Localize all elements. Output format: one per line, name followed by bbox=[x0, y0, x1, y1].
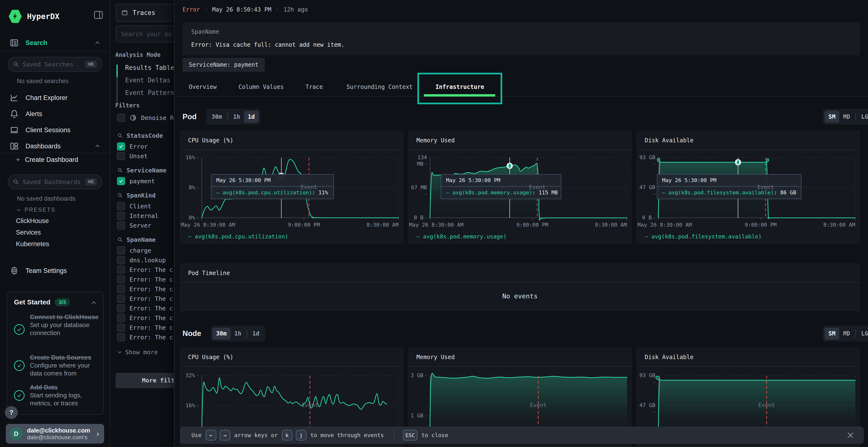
get-started-header[interactable]: Get Started 3/3 bbox=[14, 298, 70, 306]
no-saved-searches-note: No saved searches bbox=[17, 77, 68, 84]
sidebar-item-client-sessions[interactable]: Client Sessions bbox=[0, 123, 110, 137]
checkbox[interactable] bbox=[117, 304, 125, 312]
get-started-step[interactable]: Create Data Sources Configure where your… bbox=[13, 353, 99, 377]
analysis-mode-label: Analysis Mode bbox=[115, 51, 161, 58]
size-md[interactable]: MD bbox=[839, 111, 854, 123]
progress-badge: 3/3 bbox=[55, 298, 70, 306]
checkbox[interactable] bbox=[117, 202, 125, 210]
sidebar-item-label: Search bbox=[26, 39, 47, 47]
denoise-results-option[interactable]: Denoise Re bbox=[117, 114, 178, 122]
preset-services[interactable]: Services bbox=[16, 229, 41, 236]
divider bbox=[0, 51, 110, 51]
x-axis-tick: May 26 8:30:00 AM bbox=[638, 222, 701, 228]
check-circle-icon bbox=[14, 360, 25, 371]
pod-time-range-control: 30m 1h 1d bbox=[206, 109, 261, 125]
chevron-up-icon[interactable] bbox=[91, 300, 97, 306]
chart-title: Memory Used bbox=[416, 137, 455, 144]
tab-column-values[interactable]: Column Values bbox=[239, 79, 284, 94]
size-sm[interactable]: SM bbox=[825, 328, 839, 340]
checkbox[interactable] bbox=[117, 266, 125, 274]
range-1d[interactable]: 1d bbox=[244, 111, 259, 123]
preset-clickhouse[interactable]: ClickHouse bbox=[16, 217, 49, 225]
pod-section-title: Pod bbox=[183, 112, 197, 121]
sidebar-item-team-settings[interactable]: Team Settings bbox=[0, 264, 110, 277]
hint-text: arrow keys or bbox=[235, 432, 278, 438]
get-started-step[interactable]: Connect to ClickHouse Set up your databa… bbox=[13, 313, 99, 337]
divider bbox=[856, 330, 856, 338]
create-dashboard-button[interactable]: + Create Dashboard bbox=[16, 156, 78, 164]
service-name-chip[interactable]: ServiceName: payment bbox=[183, 58, 265, 72]
sidebar-item-search[interactable]: Search bbox=[0, 36, 110, 49]
user-menu[interactable]: D dale@clickhouse.com dale@clickhouse.co… bbox=[6, 424, 104, 444]
mode-event-deltas[interactable]: Event Deltas bbox=[125, 77, 170, 84]
dashboard-grid-icon bbox=[10, 142, 19, 151]
help-button[interactable]: ? bbox=[5, 406, 18, 419]
denoise-icon bbox=[129, 114, 137, 122]
checkbox[interactable] bbox=[117, 152, 125, 160]
arrow-left-key: ← bbox=[206, 430, 216, 441]
saved-searches-input[interactable]: ⌘K bbox=[8, 57, 102, 72]
saved-dashboards-field[interactable] bbox=[22, 178, 82, 186]
collapse-sidebar-icon[interactable] bbox=[94, 10, 103, 19]
chevron-up-icon[interactable] bbox=[94, 40, 100, 46]
tab-surrounding-context[interactable]: Surrounding Context bbox=[346, 79, 413, 94]
checkbox[interactable] bbox=[117, 333, 125, 341]
sidebar-item-dashboards[interactable]: Dashboards bbox=[0, 139, 110, 153]
range-1h[interactable]: 1h bbox=[229, 111, 244, 123]
checkbox[interactable] bbox=[117, 275, 125, 283]
chart-legend: —avg(k8s.pod.memory.usage) bbox=[416, 233, 506, 240]
close-icon[interactable] bbox=[846, 431, 855, 440]
card-header: Disk Available bbox=[637, 131, 860, 150]
shortcut-badge: ⌘K bbox=[85, 178, 97, 185]
sidebar-item-label: Client Sessions bbox=[26, 127, 70, 134]
tab-overview[interactable]: Overview bbox=[189, 79, 217, 94]
checkbox[interactable] bbox=[117, 256, 125, 264]
saved-dashboards-input[interactable]: ⌘K bbox=[8, 174, 102, 189]
checkbox[interactable] bbox=[117, 295, 125, 303]
range-30m[interactable]: 30m bbox=[208, 111, 226, 123]
card-header: CPU Usage (%) bbox=[180, 348, 403, 367]
j-key: j bbox=[296, 430, 306, 441]
mode-event-patterns[interactable]: Event Patterns bbox=[125, 89, 178, 96]
presets-toggle[interactable]: PRESETS bbox=[16, 207, 56, 213]
x-axis-tick: 9:00:00 PM bbox=[273, 222, 336, 228]
card-header: Memory Used bbox=[409, 348, 631, 367]
checkbox[interactable] bbox=[117, 285, 125, 293]
tab-trace[interactable]: Trace bbox=[306, 79, 323, 94]
chart-legend: —avg(k8s.pod.cpu.utilization) bbox=[188, 233, 288, 240]
range-1d[interactable]: 1d bbox=[249, 328, 263, 340]
size-lg[interactable]: LG bbox=[858, 111, 868, 123]
chevron-up-icon[interactable] bbox=[94, 143, 100, 149]
card-header: CPU Usage (%) bbox=[180, 131, 403, 150]
size-md[interactable]: MD bbox=[839, 328, 854, 340]
checkbox[interactable] bbox=[117, 221, 125, 230]
filter-option-label: Error bbox=[129, 143, 148, 150]
sidebar-item-alerts[interactable]: Alerts bbox=[0, 107, 110, 121]
preset-kubernetes[interactable]: Kubernetes bbox=[16, 240, 49, 248]
sidebar-item-chart-explorer[interactable]: Chart Explorer bbox=[0, 91, 110, 105]
mode-results-table[interactable]: Results Table bbox=[125, 64, 174, 71]
brand-row: HyperDX bbox=[9, 9, 60, 24]
presets-label: PRESETS bbox=[25, 207, 56, 213]
avatar: D bbox=[10, 427, 23, 440]
checkbox[interactable] bbox=[117, 323, 125, 332]
checkbox[interactable] bbox=[117, 142, 125, 150]
card-header: Memory Used bbox=[409, 131, 631, 150]
range-1h[interactable]: 1h bbox=[230, 328, 245, 340]
checkbox[interactable] bbox=[117, 114, 125, 122]
checkbox[interactable] bbox=[117, 177, 125, 185]
y-axis-tick: 0 B bbox=[409, 214, 427, 221]
chart-title: Memory Used bbox=[416, 354, 455, 360]
checkbox[interactable] bbox=[117, 314, 125, 322]
checkbox[interactable] bbox=[117, 212, 125, 220]
size-lg[interactable]: LG bbox=[858, 328, 868, 340]
filter-option-label: Error: The cr bbox=[129, 286, 177, 293]
size-sm[interactable]: SM bbox=[825, 111, 839, 123]
range-30m[interactable]: 30m bbox=[212, 328, 230, 340]
y-axis-tick: 93 GB bbox=[637, 154, 655, 167]
filter-option-label: Error: The cr bbox=[129, 276, 177, 283]
checkbox[interactable] bbox=[117, 246, 125, 254]
saved-searches-field[interactable] bbox=[22, 61, 82, 68]
get-started-step[interactable]: Add Data Start sending logs, metrics, or… bbox=[13, 383, 99, 407]
sidebar-item-label: Chart Explorer bbox=[26, 94, 67, 102]
